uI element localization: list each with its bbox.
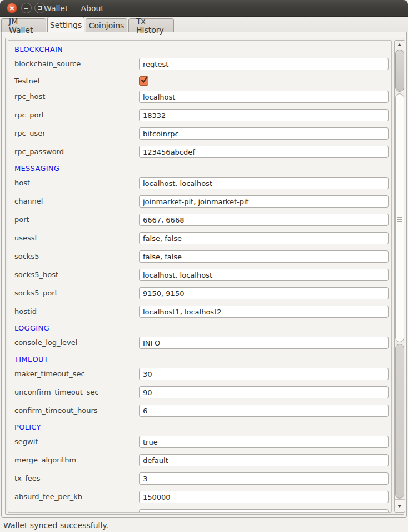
segwit-label: segwit bbox=[14, 437, 38, 446]
maker-timeout-sec-label: maker_timeout_sec bbox=[14, 370, 85, 378]
testnet-label: Testnet bbox=[14, 77, 41, 86]
scroll-up-button[interactable] bbox=[395, 41, 405, 49]
scrollbar-track-upper[interactable] bbox=[395, 93, 404, 342]
rpc-port-label: rpc_port bbox=[14, 111, 44, 120]
segwit-input[interactable] bbox=[139, 436, 389, 448]
rpc-port-input[interactable] bbox=[139, 109, 389, 121]
tx-fees-label: tx_fees bbox=[14, 474, 41, 483]
usessl-input[interactable] bbox=[139, 232, 389, 244]
absurd-fee-per-kb-label: absurd_fee_per_kb bbox=[14, 492, 82, 501]
socks5-port-input[interactable] bbox=[139, 287, 389, 299]
tx-fees-input[interactable] bbox=[139, 472, 389, 485]
titlebar: Wallet About bbox=[0, 0, 408, 17]
tab-settings[interactable]: Settings bbox=[47, 17, 84, 32]
scroll-down-button[interactable] bbox=[395, 499, 405, 512]
merge-algorithm-label: merge_algorithm bbox=[14, 456, 76, 465]
close-icon[interactable] bbox=[7, 3, 17, 13]
console-log-level-input[interactable] bbox=[139, 337, 389, 349]
socks5-port-label: socks5_port bbox=[14, 289, 58, 298]
minimize-icon[interactable] bbox=[21, 3, 32, 13]
blockchain-source-label: blockchain_source bbox=[14, 60, 81, 68]
tab-label: Coinjoins bbox=[89, 21, 125, 30]
absurd-fee-per-kb-input[interactable] bbox=[139, 491, 389, 503]
host-label: host bbox=[14, 179, 30, 188]
settings-tab-panel: BLOCKCHAINblockchain_sourceTestnetrpc_ho… bbox=[1, 31, 407, 518]
blockchain-source-input[interactable] bbox=[139, 58, 389, 70]
rpc-host-input[interactable] bbox=[139, 91, 389, 103]
socks5-input[interactable] bbox=[139, 250, 389, 263]
maker-timeout-sec-input[interactable] bbox=[139, 368, 389, 380]
arrow-down-icon bbox=[397, 505, 402, 508]
scrollbar-grip bbox=[397, 217, 402, 218]
menubar: Wallet About bbox=[44, 0, 104, 17]
port-label: port bbox=[14, 215, 29, 224]
tab-label: JM Wallet bbox=[9, 17, 38, 35]
unconfirm-timeout-sec-input[interactable] bbox=[139, 386, 389, 398]
socks5-label: socks5 bbox=[14, 252, 39, 261]
tab-coinjoins[interactable]: Coinjoins bbox=[86, 18, 127, 32]
tab-jm-wallet[interactable]: JM Wallet bbox=[1, 18, 46, 32]
hostid-label: hostid bbox=[14, 307, 37, 316]
section-timeout: TIMEOUT bbox=[14, 355, 48, 364]
host-input[interactable] bbox=[139, 177, 389, 189]
section-policy: POLICY bbox=[14, 423, 41, 432]
port-input[interactable] bbox=[139, 214, 389, 226]
testnet-checkbox[interactable] bbox=[139, 76, 148, 86]
rpc-host-label: rpc_host bbox=[14, 92, 45, 101]
menu-wallet[interactable]: Wallet bbox=[44, 4, 68, 13]
merge-algorithm-input[interactable] bbox=[139, 454, 389, 466]
scrollbar-thumb[interactable] bbox=[395, 50, 404, 92]
settings-scroll-area: BLOCKCHAINblockchain_sourceTestnetrpc_ho… bbox=[5, 38, 404, 515]
maximize-glyph bbox=[38, 6, 42, 10]
arrow-up-icon bbox=[397, 43, 402, 46]
channel-label: channel bbox=[14, 197, 43, 206]
console-log-level-label: console_log_level bbox=[14, 338, 77, 347]
rpc-user-input[interactable] bbox=[139, 127, 389, 140]
unconfirm-timeout-sec-label: unconfirm_timeout_sec bbox=[14, 388, 98, 397]
rpc-password-input[interactable] bbox=[139, 146, 389, 158]
scrollbar-grip bbox=[397, 221, 402, 222]
checkmark-icon bbox=[140, 76, 148, 84]
usessl-label: usessl bbox=[14, 234, 37, 243]
rpc-user-label: rpc_user bbox=[14, 129, 46, 138]
tab-label: Tx History bbox=[136, 17, 166, 35]
confirm-timeout-hours-label: confirm_timeout_hours bbox=[14, 406, 98, 415]
scrollbar-track-lower[interactable] bbox=[395, 344, 404, 499]
hostid-input[interactable] bbox=[139, 306, 389, 318]
minimize-glyph bbox=[24, 8, 28, 9]
status-bar: Wallet synced successfully. bbox=[0, 518, 408, 532]
tab-label: Settings bbox=[50, 21, 82, 29]
tab-tx-history[interactable]: Tx History bbox=[128, 18, 174, 32]
app-window: Wallet About JM WalletSettingsCoinjoinsT… bbox=[0, 0, 408, 532]
section-messaging: MESSAGING bbox=[14, 164, 59, 173]
scrollbar-grip bbox=[397, 219, 402, 220]
confirm-timeout-hours-input[interactable] bbox=[139, 405, 389, 417]
section-blockchain: BLOCKCHAIN bbox=[14, 45, 63, 54]
section-logging: LOGGING bbox=[14, 324, 49, 333]
rpc-password-label: rpc_password bbox=[14, 147, 64, 156]
settings-form: BLOCKCHAINblockchain_sourceTestnetrpc_ho… bbox=[8, 40, 392, 513]
socks5-host-input[interactable] bbox=[139, 269, 389, 281]
socks5-host-label: socks5_host bbox=[14, 270, 58, 279]
channel-input[interactable] bbox=[139, 195, 389, 208]
partial-field-input[interactable] bbox=[139, 509, 389, 513]
vertical-scrollbar[interactable] bbox=[394, 40, 405, 513]
menu-about[interactable]: About bbox=[81, 4, 103, 13]
tab-bar: JM WalletSettingsCoinjoinsTx History bbox=[0, 17, 408, 32]
status-text: Wallet synced successfully. bbox=[3, 521, 108, 530]
